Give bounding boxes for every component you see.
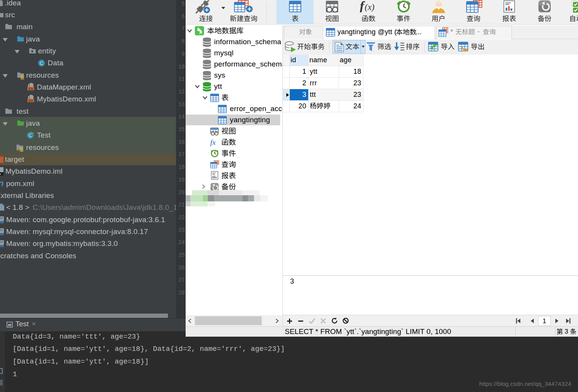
svg-text:C: C xyxy=(40,60,43,66)
svg-text:<>: <> xyxy=(28,99,33,103)
svg-text:(x): (x) xyxy=(365,2,375,12)
svg-text:<>: <> xyxy=(28,87,33,91)
svg-text:fx: fx xyxy=(210,138,216,146)
